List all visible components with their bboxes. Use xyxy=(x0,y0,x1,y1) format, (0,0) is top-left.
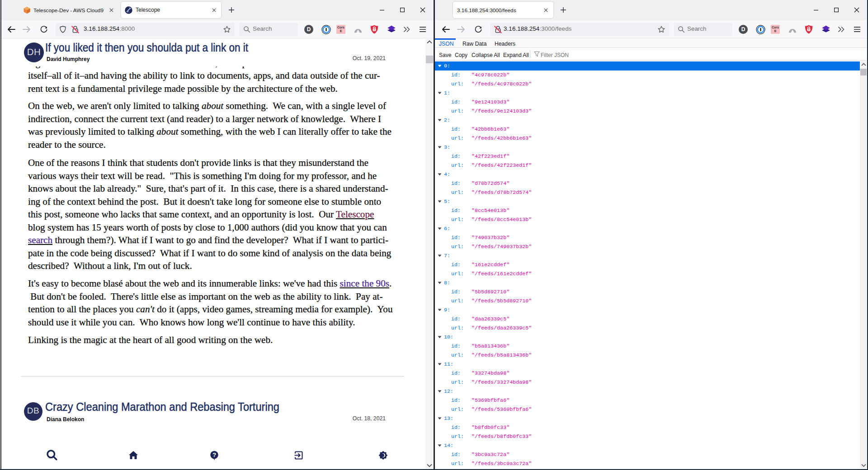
svg-text:?: ? xyxy=(212,451,216,458)
